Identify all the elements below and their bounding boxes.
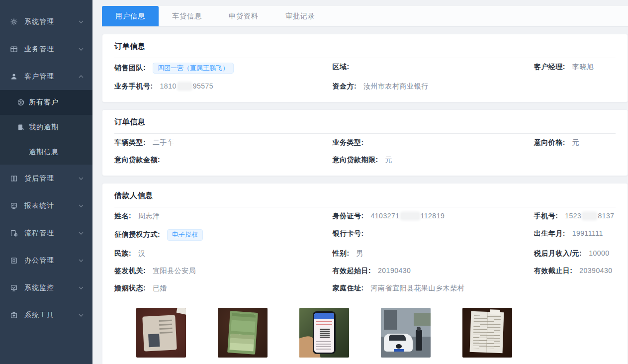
spacer bbox=[17, 148, 25, 156]
overdue-icon bbox=[17, 123, 25, 131]
card-title: 订单信息 bbox=[114, 117, 616, 134]
field-bank-card: 银行卡号: bbox=[332, 229, 534, 240]
thumbnail-id-card[interactable]: 身份证 bbox=[136, 308, 186, 364]
card-title: 借款人信息 bbox=[114, 191, 616, 207]
phone-qr-photo[interactable] bbox=[299, 308, 349, 358]
chevron-down-icon bbox=[79, 177, 84, 180]
thumbnail-registration-book[interactable]: 登记证书 bbox=[218, 308, 268, 364]
document-photo[interactable] bbox=[462, 308, 512, 358]
privacy-mask bbox=[583, 213, 596, 219]
sidebar-item-overdue-info[interactable]: 逾期信息 bbox=[0, 140, 92, 165]
grid-icon bbox=[10, 45, 18, 53]
sidebar-item-customer-mgmt[interactable]: 客户管理 bbox=[0, 63, 92, 90]
sidebar-item-report-stats[interactable]: 报表统计 bbox=[0, 192, 92, 219]
field-row: 民族: 汉 性别: 男 税后月收入/元: 10000 bbox=[114, 245, 616, 262]
field-mobile: 手机号: 15238137 bbox=[534, 212, 616, 221]
field-row: 姓名: 周志洋 身份证号: 4103271112819 手机号: 1523813… bbox=[114, 207, 616, 225]
main-content: 用户信息 车贷信息 申贷资料 审批记录 订单信息 销售团队: 四团一营（直属王鹏… bbox=[92, 0, 628, 364]
chevron-up-icon bbox=[79, 75, 84, 78]
field-row: 业务手机号: 181095575 资金方: 汝州市农村商业银行 bbox=[114, 78, 616, 95]
chevron-down-icon bbox=[79, 204, 84, 207]
field-monthly-income: 税后月收入/元: 10000 bbox=[534, 249, 616, 258]
field-row: 车辆类型: 二手车 业务类型: 意向价格: 元 bbox=[114, 134, 616, 151]
sales-team-tag: 四团一营（直属王鹏飞） bbox=[153, 63, 234, 74]
sidebar-item-label: 系统工具 bbox=[24, 311, 79, 320]
sidebar-item-label: 贷后管理 bbox=[24, 174, 79, 183]
field-intent-loan-amount: 意向贷款金额: bbox=[114, 156, 332, 165]
document-thumbnails: 身份证 登记证书 征信授权 bbox=[114, 297, 616, 364]
office-icon bbox=[10, 257, 18, 265]
sidebar-item-all-customers[interactable]: 所有客户 bbox=[0, 90, 92, 115]
field-id-number: 身份证号: 4103271112819 bbox=[332, 212, 534, 221]
sidebar-item-postloan-mgmt[interactable]: 贷后管理 bbox=[0, 165, 92, 192]
green-booklet-photo[interactable] bbox=[218, 308, 268, 358]
customer-mgmt-submenu: 所有客户 我的逾期 逾期信息 bbox=[0, 90, 92, 165]
field-row: 签发机关: 宜阳县公安局 有效起始日: 20190430 有效截止日: 2039… bbox=[114, 262, 616, 279]
sidebar-item-system-tools[interactable]: 系统工具 bbox=[0, 301, 92, 329]
credit-auth-tag: 电子授权 bbox=[167, 229, 203, 240]
privacy-mask bbox=[178, 83, 191, 90]
field-intent-price: 意向价格: 元 bbox=[534, 138, 616, 147]
field-sales-team: 销售团队: 四团一营（直属王鹏飞） bbox=[114, 63, 332, 74]
id-card-photo[interactable] bbox=[136, 308, 186, 358]
sidebar-item-label: 系统管理 bbox=[24, 17, 79, 26]
field-row: 销售团队: 四团一营（直属王鹏飞） 区域: 客户经理: 李晓旭 bbox=[114, 58, 616, 78]
sidebar-item-label: 流程管理 bbox=[24, 229, 79, 238]
sidebar-item-system-mgmt[interactable]: 系统管理 bbox=[0, 8, 92, 35]
field-birth-date: 出生年月: 19911111 bbox=[534, 229, 616, 240]
sidebar-item-label: 办公管理 bbox=[24, 256, 79, 265]
tab-user-info[interactable]: 用户信息 bbox=[102, 6, 159, 26]
field-region: 区域: bbox=[332, 63, 534, 74]
thumbnail-credit-auth[interactable]: 征信授权 bbox=[299, 308, 349, 364]
field-home-address: 家庭住址: 河南省宜阳县花果山乡木柴村 bbox=[332, 284, 534, 293]
user-icon bbox=[10, 73, 18, 81]
field-gender: 性别: 男 bbox=[332, 249, 534, 258]
thumbnail-other-document[interactable]: 其他材料 bbox=[462, 308, 512, 364]
field-credit-auth-method: 征信授权方式: 电子授权 bbox=[114, 229, 332, 240]
field-issuing-authority: 签发机关: 宜阳县公安局 bbox=[114, 267, 332, 275]
sidebar-item-system-monitor[interactable]: 系统监控 bbox=[0, 274, 92, 301]
field-ethnicity: 民族: 汉 bbox=[114, 249, 332, 258]
card-title: 订单信息 bbox=[114, 42, 616, 58]
book-icon bbox=[10, 175, 18, 182]
field-row: 意向贷款金额: 意向贷款期限: 元 bbox=[114, 151, 616, 169]
sidebar: 系统管理 业务管理 客户管理 所有客户 我的逾期 逾 bbox=[0, 0, 92, 364]
sidebar-item-label: 系统监控 bbox=[24, 283, 79, 292]
field-business-phone: 业务手机号: 181095575 bbox=[114, 82, 332, 91]
sidebar-item-label: 客户管理 bbox=[24, 72, 79, 81]
field-account-manager: 客户经理: 李晓旭 bbox=[534, 63, 616, 74]
chevron-down-icon bbox=[79, 314, 84, 317]
field-name: 姓名: 周志洋 bbox=[114, 212, 332, 221]
sidebar-item-business-mgmt[interactable]: 业务管理 bbox=[0, 35, 92, 63]
customers-icon bbox=[17, 98, 25, 106]
sidebar-item-office-mgmt[interactable]: 办公管理 bbox=[0, 247, 92, 274]
chevron-down-icon bbox=[79, 48, 84, 51]
chevron-down-icon bbox=[79, 232, 84, 235]
detail-tabs: 用户信息 车贷信息 申贷资料 审批记录 bbox=[102, 6, 628, 27]
order-info-card-1: 订单信息 销售团队: 四团一营（直属王鹏飞） 区域: 客户经理: 李晓旭 业务手… bbox=[102, 34, 628, 102]
sidebar-item-label: 业务管理 bbox=[24, 45, 79, 54]
sidebar-item-label: 报表统计 bbox=[24, 201, 79, 210]
sidebar-item-my-overdue[interactable]: 我的逾期 bbox=[0, 115, 92, 140]
field-business-type: 业务类型: bbox=[332, 138, 534, 147]
field-intent-loan-term: 意向贷款期限: 元 bbox=[332, 156, 534, 165]
privacy-mask bbox=[401, 213, 419, 219]
sidebar-item-process-mgmt[interactable]: 流程管理 bbox=[0, 219, 92, 247]
thumbnail-person-with-car[interactable]: 人车合影 bbox=[381, 308, 431, 364]
chevron-down-icon bbox=[79, 20, 84, 23]
sidebar-item-label: 所有客户 bbox=[29, 98, 59, 107]
field-row: 征信授权方式: 电子授权 银行卡号: 出生年月: 19911111 bbox=[114, 225, 616, 244]
order-info-card-2: 订单信息 车辆类型: 二手车 业务类型: 意向价格: 元 意向贷款金额: 意向贷… bbox=[102, 109, 628, 176]
tab-approval-records[interactable]: 审批记录 bbox=[272, 6, 329, 26]
workflow-icon bbox=[10, 229, 18, 237]
gear-icon bbox=[10, 18, 18, 26]
field-valid-to: 有效截止日: 20390430 bbox=[534, 267, 616, 275]
tab-loan-application-docs[interactable]: 申贷资料 bbox=[215, 6, 272, 26]
tab-car-loan-info[interactable]: 车贷信息 bbox=[159, 6, 215, 26]
field-valid-from: 有效起始日: 20190430 bbox=[332, 267, 534, 275]
toolbox-icon bbox=[10, 311, 18, 319]
person-with-car-photo[interactable] bbox=[381, 308, 431, 358]
chevron-down-icon bbox=[79, 286, 84, 289]
sidebar-item-label: 我的逾期 bbox=[29, 123, 59, 132]
field-vehicle-type: 车辆类型: 二手车 bbox=[114, 138, 332, 147]
